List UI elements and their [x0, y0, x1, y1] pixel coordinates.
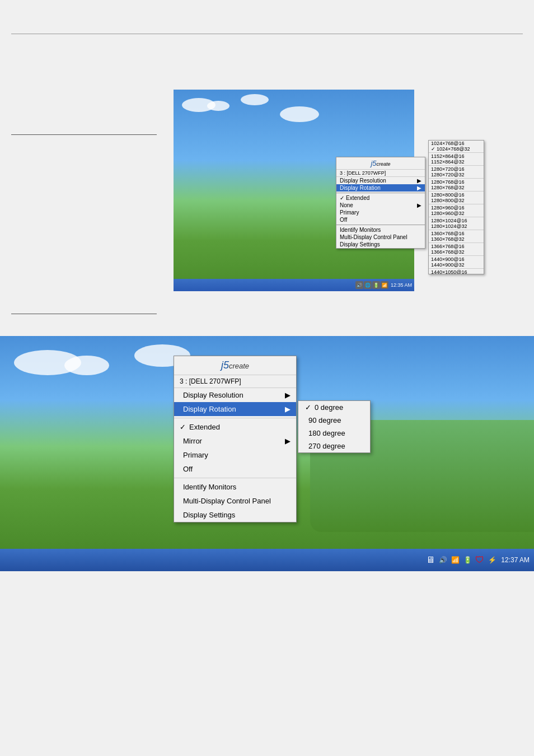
clock-small: 12:35 AM: [391, 282, 412, 288]
display-settings-small[interactable]: Display Settings: [336, 241, 425, 248]
brand-large: j5create: [174, 356, 296, 375]
off-menu-item[interactable]: Off: [174, 462, 296, 476]
arrow-icon: ▶: [285, 391, 291, 399]
taskbar-icon: 🖥: [425, 554, 436, 566]
res-item[interactable]: 1152×864@16: [429, 153, 484, 159]
tray-icons-large: 🖥 🔊 📶 🔋 🛡 ⚡: [425, 554, 498, 566]
extended-menu-item[interactable]: ✓ Extended: [174, 420, 296, 434]
taskbar-icon: 🔋: [462, 554, 473, 566]
cloud: [280, 106, 319, 122]
res-item[interactable]: 1024×768@32: [429, 146, 484, 152]
separator: [429, 191, 484, 192]
check-icon: ✓: [305, 403, 311, 412]
rotation-0-item[interactable]: ✓ 0 degree: [298, 401, 370, 414]
primary-menu-item[interactable]: Primary: [174, 448, 296, 462]
separator: [429, 217, 484, 217]
res-item[interactable]: 1280×960@32: [429, 211, 484, 216]
tray-icon: 🌐: [364, 281, 372, 289]
monitor-large: 3 : [DELL 2707WFP]: [174, 375, 296, 388]
rotation-90-item[interactable]: 90 degree: [298, 414, 370, 427]
identify-text: Identify Monitors: [180, 483, 236, 491]
res-item[interactable]: 1440×900@16: [429, 256, 484, 262]
res-item[interactable]: 1280×768@32: [429, 185, 484, 190]
separator: [429, 204, 484, 204]
display-rotation-text: Display Rotation: [180, 405, 236, 413]
arrow-icon: ▶: [285, 437, 291, 445]
identify-monitors-small[interactable]: Identify Monitors: [336, 226, 425, 234]
left-divider-2: [11, 314, 157, 314]
tray-icon: 📶: [381, 281, 388, 289]
display-rotation-menu-item[interactable]: Display Rotation ▶: [174, 402, 296, 416]
taskbar-icon: 📶: [449, 554, 461, 566]
menu-separator: [174, 418, 296, 418]
res-item[interactable]: 1280×720@16: [429, 166, 484, 172]
display-settings-text: Display Settings: [180, 511, 235, 519]
taskbar-icon: 🔊: [437, 554, 448, 566]
top-separator: [11, 34, 523, 34]
extended-text: ✓ Extended: [180, 423, 220, 431]
check-icon: ✓: [180, 423, 186, 431]
res-item[interactable]: 1366×768@16: [429, 244, 484, 249]
separator: [336, 193, 425, 193]
res-item[interactable]: 1280×1024@16: [429, 218, 484, 223]
tray-icon: 🔋: [372, 281, 380, 289]
separator: [336, 225, 425, 225]
multi-display-text: Multi-Display Control Panel: [180, 497, 271, 505]
none-small[interactable]: None: [336, 202, 425, 209]
menu-separator: [174, 478, 296, 478]
context-menu-small: j5create 3 : [DELL 2707WFP] Display Reso…: [336, 157, 425, 249]
res-item[interactable]: 1280×768@16: [429, 179, 484, 185]
cloud: [241, 94, 269, 105]
left-divider-1: [11, 134, 157, 135]
tray-icons-small: 🔊 🌐 🔋 📶: [355, 281, 388, 289]
res-item[interactable]: 1024×768@16: [429, 141, 484, 146]
primary-small[interactable]: Primary: [336, 209, 425, 216]
taskbar-small: 🔊 🌐 🔋 📶 12:35 AM: [174, 279, 414, 291]
res-item[interactable]: 1280×800@16: [429, 192, 484, 198]
res-item[interactable]: 1280×1024@32: [429, 223, 484, 229]
taskbar-large: 🖥 🔊 📶 🔋 🛡 ⚡ 12:37 AM: [0, 549, 534, 571]
display-resolution-small[interactable]: Display Resolution: [336, 177, 425, 184]
res-item[interactable]: 1366×768@32: [429, 249, 484, 255]
res-item[interactable]: 1360×768@32: [429, 236, 484, 242]
mirror-text: Mirror: [180, 437, 202, 445]
tray-icon: 🔊: [355, 281, 363, 289]
separator: [429, 255, 484, 256]
res-item[interactable]: 1280×800@32: [429, 198, 484, 203]
display-resolution-text: Display Resolution: [180, 391, 243, 399]
clock-large: 12:37 AM: [501, 556, 530, 564]
separator: [429, 165, 484, 166]
large-area: j5create 3 : [DELL 2707WFP] Display Reso…: [0, 336, 534, 571]
res-item[interactable]: 1280×720@32: [429, 172, 484, 178]
off-small[interactable]: Off: [336, 216, 425, 223]
res-item[interactable]: 1440×1050@16: [429, 269, 484, 274]
taskbar-icon: 🛡: [474, 554, 485, 566]
res-item[interactable]: 1280×960@16: [429, 205, 484, 211]
separator: [429, 152, 484, 153]
brand-small: j5create: [336, 157, 425, 170]
mirror-menu-item[interactable]: Mirror ▶: [174, 434, 296, 448]
res-item[interactable]: 1440×900@32: [429, 262, 484, 268]
extended-small[interactable]: Extended: [336, 194, 425, 202]
display-resolution-menu-item[interactable]: Display Resolution ▶: [174, 388, 296, 402]
resolution-submenu-small: 1024×768@16 1024×768@32 1152×864@16 1152…: [428, 140, 484, 274]
multi-display-menu-item[interactable]: Multi-Display Control Panel: [174, 494, 296, 508]
display-settings-menu-item[interactable]: Display Settings: [174, 508, 296, 522]
cloud: [64, 356, 109, 375]
res-item[interactable]: 1152×864@32: [429, 159, 484, 165]
off-text: Off: [180, 465, 193, 473]
separator: [429, 178, 484, 179]
screenshot-small: j5create 3 : [DELL 2707WFP] Display Reso…: [174, 90, 414, 291]
rotation-submenu: ✓ 0 degree 90 degree 180 degree 270 degr…: [298, 400, 371, 453]
multi-display-small[interactable]: Multi-Display Control Panel: [336, 234, 425, 241]
separator: [429, 242, 484, 243]
taskbar-icon: ⚡: [486, 554, 498, 566]
cloud: [207, 101, 229, 111]
rotation-270-item[interactable]: 270 degree: [298, 440, 370, 452]
display-rotation-small[interactable]: Display Rotation: [336, 184, 425, 192]
rotation-180-item[interactable]: 180 degree: [298, 427, 370, 440]
res-item[interactable]: 1360×768@16: [429, 231, 484, 236]
identify-monitors-menu-item[interactable]: Identify Monitors: [174, 480, 296, 494]
primary-text: Primary: [180, 451, 208, 459]
separator: [429, 230, 484, 230]
